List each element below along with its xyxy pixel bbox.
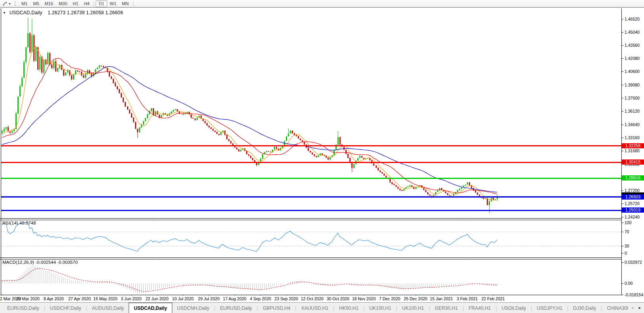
date-axis-label: 8 Apr 2020	[44, 296, 64, 301]
chart-canvas[interactable]	[0, 8, 622, 296]
mt4-window: ▼ M1M5M15M30H1H4D1W1MN ▼ USDCAD,Daily 1.…	[0, 0, 644, 313]
price-axis-tick: 1.24240	[622, 215, 644, 220]
price-axis-tick: 1.45040	[622, 30, 644, 35]
rsi-name: RSI(14)	[2, 221, 18, 225]
chart-tab-ger30-h1[interactable]: GER30,H1	[430, 303, 463, 313]
timeframe-button-d1[interactable]: D1	[96, 0, 107, 7]
price-axis-tick: 1.36120	[622, 109, 644, 114]
price-axis-tick: 1.37600	[622, 96, 644, 101]
hline-price-label: 1.25019	[622, 207, 644, 213]
date-axis-label: 22 Feb 2021	[481, 296, 505, 301]
chart-tab-dj30-daily[interactable]: DJ30,Daily	[568, 303, 601, 313]
chart-tab-hk50-h1[interactable]: HK50,H1	[334, 303, 363, 313]
toolbar: ▼ M1M5M15M30H1H4D1W1MN	[0, 0, 644, 8]
chart-tab-usdcad-daily[interactable]: USDCAD,Daily	[129, 303, 172, 313]
timeframe-button-m30[interactable]: M30	[56, 0, 70, 7]
timeframe-button-w1[interactable]: W1	[107, 0, 120, 7]
price-axis-tick: 1.40600	[622, 69, 644, 74]
hline-price-label: 1.30415	[622, 159, 644, 165]
date-axis-label: 15 Jan 2021	[430, 296, 453, 301]
dropdown-caret-icon: ▼	[8, 2, 11, 5]
date-axis-label: 7 Dec 2020	[379, 296, 401, 301]
hline-price-label: 1.32258	[622, 143, 644, 148]
date-axis-label: 29 Jul 2020	[198, 296, 220, 301]
toolbar-grip	[15, 1, 17, 6]
chart-tab-gbpusd-h4[interactable]: GBPUSD,H4	[258, 303, 295, 313]
chart-tab-usdcnh-daily[interactable]: USDCNH,Daily	[172, 303, 214, 313]
price-scale: 1.465201.450401.435601.420801.406001.390…	[622, 8, 644, 303]
collapse-icon[interactable]: ▼	[3, 11, 6, 15]
chart-tab-eurusd-daily[interactable]: EURUSD,Daily	[215, 303, 257, 313]
chart-tab-china300-h1[interactable]: CHINA300,H1	[602, 303, 629, 313]
date-axis-label: 3 Feb 2021	[457, 296, 478, 301]
chart-ohlc: 1.26273 1.26739 1.26058 1.26606	[48, 10, 123, 15]
price-axis-tick: 1.46520	[622, 17, 644, 22]
date-axis-label: 15 May 2020	[93, 296, 118, 301]
price-axis-tick: 1.33160	[622, 135, 644, 140]
time-scale: 2 Mar 202020 Mar 20208 Apr 202027 Apr 20…	[0, 296, 622, 302]
rsi-label: RSI(14) 49.0748	[2, 221, 36, 225]
timeframe-button-h4[interactable]: H4	[81, 0, 92, 7]
chart-tab-fra40-h1[interactable]: FRA40,H1	[464, 303, 496, 313]
rsi-axis-tick: 0	[622, 251, 644, 256]
rsi-value: 49.0748	[19, 221, 36, 225]
price-axis-tick: 1.34640	[622, 122, 644, 127]
chart-tab-uk100-h1[interactable]: UK100,H1	[364, 303, 396, 313]
tab-scroll-arrows: ◄ ►	[628, 303, 644, 313]
date-axis-label: 10 Jul 2020	[172, 296, 194, 301]
date-axis-label: 23 Sep 2020	[274, 296, 298, 301]
chart-tab-audusd-daily[interactable]: AUDUSD,Daily	[87, 303, 129, 313]
date-axis-label: 3 Jun 2020	[121, 296, 142, 301]
date-axis-label: 12 Oct 2020	[301, 296, 324, 301]
timeframe-button-m1[interactable]: M1	[19, 0, 30, 7]
hline-price-label: 1.28616	[622, 175, 644, 181]
cursor-tool-icon	[2, 1, 7, 6]
macd-axis-tick: 0.00	[622, 281, 644, 286]
macd-axis-tick: 0.032972	[622, 260, 644, 265]
rsi-axis-tick: 70	[622, 229, 644, 234]
chart-title: ▼ USDCAD,Daily 1.26273 1.26739 1.26058 1…	[3, 10, 123, 15]
timeframe-button-m5[interactable]: M5	[30, 0, 42, 7]
chart-tab-usdjpy-h1[interactable]: USDJPY,H1	[532, 303, 567, 313]
timeframe-button-mn[interactable]: MN	[119, 0, 131, 7]
price-axis-tick: 1.39080	[622, 83, 644, 88]
chart-symbol: USDCAD,Daily	[10, 10, 42, 15]
date-axis-label: 22 Jun 2020	[146, 296, 169, 301]
price-axis-tick: 1.43560	[622, 43, 644, 48]
timeframe-group: M1M5M15M30H1H4D1W1MN	[19, 0, 135, 7]
chart-tab-bar: EURUSD,Daily|USDCHF,Daily|AUDUSD,DailyUS…	[0, 302, 644, 313]
tab-scroll-left-icon[interactable]: ◄	[631, 306, 634, 310]
macd-axis-tick: -0.018154	[622, 292, 644, 298]
date-axis-label: 17 Aug 2020	[223, 296, 246, 301]
macd-name: MACD(12,26,9)	[2, 260, 34, 265]
chart-tab-eurusd-daily[interactable]: EURUSD,Daily	[2, 303, 44, 313]
timeframe-button-h1[interactable]: H1	[70, 0, 81, 7]
date-axis-label: 18 Nov 2020	[352, 296, 376, 301]
chart-tab-xauusd-h1[interactable]: XAUUSD,H1	[296, 303, 333, 313]
chart-tabs: EURUSD,Daily|USDCHF,Daily|AUDUSD,DailyUS…	[0, 303, 628, 313]
date-axis-label: 25 Dec 2020	[404, 296, 428, 301]
chart-tab-usdchf-daily[interactable]: USDCHF,Daily	[45, 303, 86, 313]
rsi-axis-tick: 100	[622, 220, 644, 225]
cursor-tool-button[interactable]: ▼	[0, 0, 13, 7]
macd-label: MACD(12,26,9) -0.002544 -0.003570	[2, 260, 78, 265]
chart-tab-uk100-h1[interactable]: UK100,H1	[397, 303, 429, 313]
price-axis-tick: 1.31680	[622, 148, 644, 154]
date-axis-label: 4 Sep 2020	[250, 296, 271, 301]
chart-tab-usoil-daily[interactable]: USOil,Daily	[497, 303, 530, 313]
date-axis-label: 27 Apr 2020	[68, 296, 91, 301]
date-axis-label: 20 Mar 2020	[16, 296, 40, 301]
date-axis-label: 30 Oct 2020	[327, 296, 349, 301]
timeframe-button-m15[interactable]: M15	[42, 0, 56, 7]
hline-price-label: 1.26503	[622, 194, 644, 200]
tab-scroll-right-icon[interactable]: ►	[638, 306, 642, 310]
price-axis-tick: 1.42080	[622, 56, 644, 61]
chart-window: ▼ USDCAD,Daily 1.26273 1.26739 1.26058 1…	[0, 7, 644, 303]
macd-values: -0.002544 -0.003570	[35, 260, 78, 265]
toolbar-separator	[94, 1, 94, 6]
toolbar-separator	[133, 1, 133, 6]
price-axis-tick: 1.25720	[622, 201, 644, 206]
rsi-axis-tick: 30	[622, 244, 644, 249]
